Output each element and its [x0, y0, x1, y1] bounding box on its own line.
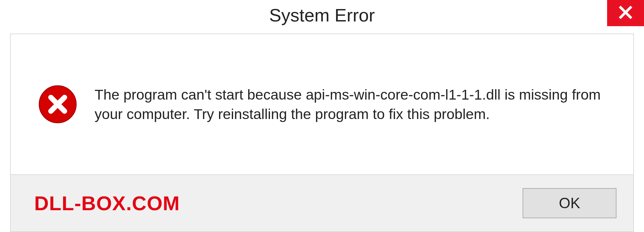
error-icon [38, 84, 78, 124]
ok-button[interactable]: OK [523, 188, 616, 218]
dialog-footer: DLL-BOX.COM OK [11, 174, 633, 231]
error-message: The program can't start because api-ms-w… [95, 85, 613, 124]
titlebar: System Error [0, 0, 644, 30]
dialog-title: System Error [269, 5, 375, 25]
watermark-text: DLL-BOX.COM [34, 192, 180, 215]
close-button[interactable] [607, 0, 644, 26]
error-dialog: System Error The program can't start bec… [0, 0, 644, 232]
message-area: The program can't start because api-ms-w… [11, 34, 633, 174]
close-icon [618, 5, 633, 21]
content-panel: The program can't start because api-ms-w… [10, 34, 634, 232]
